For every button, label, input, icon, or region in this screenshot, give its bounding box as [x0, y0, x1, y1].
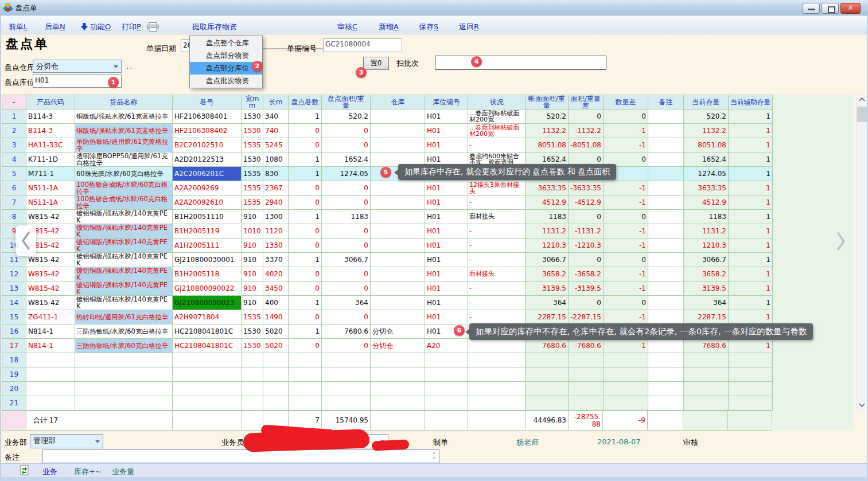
cell-wh[interactable] — [371, 353, 425, 367]
scan-batch-input[interactable] — [435, 56, 606, 70]
cell-name[interactable] — [75, 367, 173, 382]
cell-stock[interactable] — [683, 382, 728, 396]
cell-qty[interactable]: 0 — [289, 138, 322, 152]
cell-status[interactable]: ...卷面到标粘破面材200宽 — [468, 124, 526, 138]
cell-diff[interactable] — [569, 382, 604, 396]
cell-qdiff[interactable]: 0 — [603, 110, 648, 124]
toolbar-item-7[interactable]: 新增A — [379, 22, 399, 32]
cell-qty[interactable] — [289, 353, 322, 367]
cell-name[interactable]: 铜版纸/强粘水胶/61克蓝格拉辛 — [75, 110, 173, 124]
cell-width[interactable] — [242, 353, 263, 367]
cell-qty[interactable]: 1 — [289, 296, 322, 310]
cell-loc[interactable]: H01 — [425, 210, 468, 224]
cell-len[interactable] — [263, 367, 289, 382]
cell-width[interactable]: 1535 — [242, 195, 263, 210]
scroll-up-icon[interactable] — [857, 95, 867, 104]
cell-stock[interactable]: 3633.35 — [683, 181, 728, 195]
cell-code[interactable]: B114-3 — [26, 110, 75, 124]
cell-note[interactable] — [648, 267, 683, 281]
close-button[interactable] — [840, 3, 861, 14]
cell-len[interactable]: 400 — [263, 296, 289, 310]
cell-width[interactable]: 1530 — [242, 339, 263, 353]
menu-item-2[interactable]: 盘点部分物资 — [190, 49, 262, 62]
cell-roll[interactable] — [173, 353, 242, 367]
cell-area[interactable]: 1274.05 — [322, 167, 371, 181]
cell-code[interactable]: N814-1 — [26, 324, 75, 339]
cell-note[interactable] — [648, 152, 683, 167]
cell-loc[interactable]: H01 — [425, 267, 468, 281]
cell-wh[interactable] — [371, 210, 425, 224]
cell-qty[interactable]: 1 — [289, 324, 322, 339]
cell-aux[interactable] — [728, 353, 772, 367]
cell-roll[interactable]: A2A20092610 — [173, 195, 242, 210]
cell-diff[interactable] — [569, 353, 604, 367]
cell-status[interactable] — [468, 353, 526, 367]
cell-book[interactable]: 1183 — [526, 210, 569, 224]
cell-stock[interactable]: 8051.08 — [683, 138, 728, 152]
cell-status[interactable]: - — [468, 238, 526, 253]
cell-diff[interactable]: -8051.08 — [569, 138, 604, 152]
cell-code[interactable]: HA11-33C — [26, 138, 75, 152]
cell-name[interactable]: 三防热敏纸/水胶/60克白格拉辛 — [75, 324, 173, 339]
cell-note[interactable] — [648, 367, 683, 382]
cell-qty[interactable]: 0 — [289, 238, 322, 253]
cell-aux[interactable]: 1 — [728, 124, 772, 138]
cell-len[interactable]: 2367 — [263, 181, 289, 195]
cell-aux[interactable] — [728, 396, 772, 410]
cell-qty[interactable] — [289, 367, 322, 382]
cell-qdiff[interactable] — [603, 353, 648, 367]
cell-no[interactable]: 19 — [2, 367, 26, 382]
toolbar-item-3[interactable]: 功能O — [90, 22, 111, 32]
cell-area[interactable]: 1183 — [322, 210, 371, 224]
table-row[interactable]: 17N814-1三防热敏纸/水胶/60克白格拉辛HC2108041801C153… — [2, 339, 773, 353]
cell-len[interactable]: 5245 — [263, 138, 289, 152]
warehouse-select[interactable]: 分切仓 — [33, 60, 122, 73]
cell-diff[interactable] — [569, 367, 604, 382]
cell-width[interactable] — [242, 367, 263, 382]
cell-loc[interactable]: H01 — [425, 224, 468, 238]
cell-roll[interactable]: B1H20051110 — [173, 210, 242, 224]
cell-code[interactable]: N511-1A — [26, 181, 75, 195]
cell-qty[interactable]: 0 — [289, 124, 322, 138]
cell-no[interactable]: 7 — [2, 195, 26, 210]
cell-aux[interactable]: 1 — [728, 210, 772, 224]
cell-area[interactable] — [322, 396, 371, 410]
minimize-button[interactable] — [803, 3, 820, 14]
table-row[interactable]: 9W815-42镀铝铜版/强粘水胶/140克黄PEKB1H20051191010… — [2, 224, 773, 238]
cell-qty[interactable]: 1 — [289, 110, 322, 124]
cell-width[interactable]: 1535 — [242, 167, 263, 181]
cell-name[interactable]: 三防热敏纸/水胶/60克白格拉辛 — [75, 339, 173, 353]
table-row[interactable]: 13W815-42镀铝铜版/强粘水胶/140克黄PEKGJ21080009002… — [2, 281, 773, 296]
cell-no[interactable]: 4 — [2, 152, 26, 167]
cell-loc[interactable]: H01 — [425, 195, 468, 210]
cell-diff[interactable]: 0 — [569, 210, 604, 224]
toolbar-item-6[interactable]: 审核C — [337, 22, 357, 32]
cell-name[interactable]: 镀铝铜版/强粘水胶/140克黄PEK — [75, 238, 173, 253]
cell-no[interactable]: 1 — [2, 110, 26, 124]
cell-len[interactable] — [263, 382, 289, 396]
cell-qdiff[interactable] — [603, 367, 648, 382]
cell-roll[interactable]: HC2108041801C — [173, 324, 242, 339]
table-row-empty[interactable]: 20 — [2, 382, 773, 396]
cell-name[interactable]: 铜版纸/强粘水胶/61克蓝格拉辛 — [75, 124, 173, 138]
cell-book[interactable] — [526, 353, 569, 367]
browse-dots-link[interactable]: .. — [126, 62, 133, 71]
cell-no[interactable]: 12 — [2, 267, 26, 281]
cell-aux[interactable]: 1 — [728, 267, 772, 281]
cell-area[interactable] — [322, 353, 371, 367]
cell-width[interactable]: 910 — [242, 296, 263, 310]
remark-input[interactable] — [42, 449, 439, 463]
cell-roll[interactable] — [173, 396, 242, 410]
cell-roll[interactable] — [173, 367, 242, 382]
cell-loc[interactable]: A20 — [425, 339, 468, 353]
cell-aux[interactable]: 1 — [728, 339, 772, 353]
tab-1[interactable]: 业务 — [42, 467, 57, 477]
cell-status[interactable]: - — [468, 281, 526, 296]
cell-no[interactable]: 14 — [2, 296, 26, 310]
cell-name[interactable]: 镀铝铜版/强粘水胶/140克黄PEK — [75, 267, 173, 281]
cell-roll[interactable]: GJ210800090022 — [173, 281, 242, 296]
cell-book[interactable]: 3066.7 — [526, 253, 569, 267]
cell-stock[interactable]: 520.2 — [683, 110, 728, 124]
cell-qdiff[interactable]: -1 — [603, 224, 648, 238]
cell-area[interactable]: 0 — [322, 281, 371, 296]
